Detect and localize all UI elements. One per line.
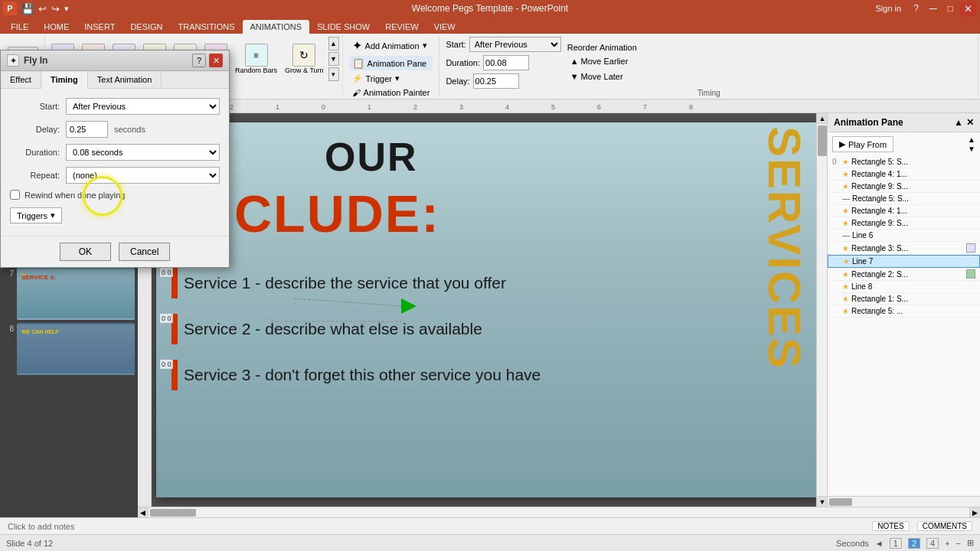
scroll-thumb-v[interactable] [818, 126, 827, 156]
anim-item-4[interactable]: ★ Rectangle 4: 1... [828, 205, 980, 217]
anim-scroll-more-btn[interactable]: ▾ [328, 67, 339, 81]
page-nav-left[interactable]: ◄ [875, 539, 884, 548]
scroll-down-btn[interactable]: ▼ [817, 496, 827, 507]
dialog-triggers-btn[interactable]: Triggers ▾ [10, 207, 62, 223]
delay-input[interactable] [473, 73, 519, 89]
anim-item-7[interactable]: ★ Rectangle 3: S... [828, 242, 980, 255]
slide-area[interactable]: OUR SERVICES INCLUDE: Service 1 - descri… [152, 113, 827, 507]
anim-item-9[interactable]: ★ Rectangle 2: S... [828, 268, 980, 281]
dialog-start-select[interactable]: After Previous On Click With Previous [66, 98, 220, 115]
page-2[interactable]: 2 [908, 538, 920, 549]
tab-file[interactable]: FILE [3, 20, 36, 34]
dialog-tabs: Effect Timing Text Animation [1, 71, 229, 89]
anim-sort-up-btn[interactable]: ▲ [968, 135, 975, 144]
tab-transitions[interactable]: TRANSITIONS [171, 20, 243, 34]
play-from-btn[interactable]: ▶ Play From [832, 136, 893, 152]
slide-img-7[interactable]: ★ SERVICE 3: [17, 268, 135, 320]
dialog-cancel-btn[interactable]: Cancel [119, 243, 170, 261]
dialog-titlebar: ✦ Fly In ? ✕ [1, 51, 229, 71]
page-3[interactable]: 4 [926, 538, 939, 549]
status-right: Seconds ◄ 1 2 4 + − ⊞ [836, 538, 974, 549]
add-animation-btn[interactable]: ✦ Add Animation ▾ [349, 37, 433, 54]
tab-review[interactable]: REVIEW [377, 20, 426, 34]
anim-list[interactable]: 0 ★ Rectangle 5: S... ★ Rectangle 4: 1..… [828, 156, 980, 496]
anim-item-12[interactable]: ★ Rectangle 5: ... [828, 305, 980, 318]
comments-btn[interactable]: COMMENTS [917, 521, 972, 531]
duration-input[interactable] [483, 55, 529, 70]
tab-animations[interactable]: ANIMATIONS [243, 20, 310, 34]
tab-home[interactable]: HOME [36, 20, 77, 34]
anim-item-10[interactable]: ★ Line 8 [828, 281, 980, 293]
trigger-btn[interactable]: ⚡ Trigger ▾ [349, 72, 433, 85]
scroll-right-btn[interactable]: ▶ [969, 507, 980, 518]
service-1-row: Service 1 - describe the service that yo… [172, 268, 506, 298]
anim-item-3[interactable]: — Rectangle 5: S... [828, 193, 980, 205]
anim-painter-btn[interactable]: 🖌 Animation Painter [349, 86, 433, 99]
scrollbar-v[interactable]: ▲ ▼ [816, 113, 827, 507]
tab-insert[interactable]: INSERT [77, 20, 122, 34]
quick-access-redo[interactable]: ↪ [51, 3, 60, 15]
slide-img-8[interactable]: WE CAN HELP [17, 323, 135, 375]
anim-item-0[interactable]: 0 ★ Rectangle 5: S... [828, 156, 980, 168]
help-btn[interactable]: ? [909, 2, 923, 15]
scrollbar-h[interactable]: ◀ ▶ [138, 507, 980, 517]
trigger-icon: ⚡ [352, 73, 363, 83]
motion-arrow-1 [401, 298, 416, 314]
fit-icon[interactable]: ⊞ [967, 538, 974, 548]
dialog-tab-timing[interactable]: Timing [41, 71, 88, 89]
sign-in[interactable]: Sign in [870, 4, 908, 13]
move-earlier-btn[interactable]: ▲ Move Earlier [567, 55, 637, 67]
dialog-rewind-check[interactable] [10, 190, 20, 200]
dialog-tab-text-anim[interactable]: Text Animation [88, 71, 162, 88]
tab-view[interactable]: VIEW [426, 20, 463, 34]
dialog-help-btn[interactable]: ? [192, 54, 206, 67]
anim-item-9-label: Rectangle 2: S... [851, 270, 908, 279]
anim-item-5[interactable]: ★ Rectangle 9: S... [828, 217, 980, 230]
dialog-repeat-select[interactable]: (none) 2 3 [66, 167, 220, 184]
scroll-thumb-h[interactable] [150, 509, 196, 517]
anim-item-8[interactable]: ★ Line 7 [828, 255, 980, 268]
quick-access-save[interactable]: 💾 [21, 3, 34, 15]
anim-item-6[interactable]: — Line 6 [828, 230, 980, 242]
page-1[interactable]: 1 [890, 538, 902, 549]
slide-thumb-8[interactable]: 8 WE CAN HELP [3, 323, 135, 375]
start-select[interactable]: After Previous On Click With Previous [469, 37, 561, 52]
anim-pane-collapse-btn[interactable]: ▲ [954, 117, 963, 128]
anim-item-2[interactable]: ★ Rectangle 9: S... [828, 181, 980, 193]
anim-item-0-star: ★ [842, 158, 849, 166]
quick-access-undo[interactable]: ↩ [38, 3, 47, 15]
anim-sort-down-btn[interactable]: ▼ [968, 145, 975, 153]
slide-thumb-7[interactable]: 7 ★ SERVICE 3: [3, 268, 135, 320]
minimize-btn[interactable]: ─ [925, 1, 942, 16]
scroll-left-btn[interactable]: ◀ [138, 507, 149, 518]
anim-scroll-thumb-h[interactable] [829, 498, 852, 506]
tab-slideshow[interactable]: SLIDE SHOW [309, 20, 377, 34]
anim-random-bars-btn[interactable]: ≡ Random Bars [232, 42, 280, 76]
notes-btn[interactable]: NOTES [872, 521, 909, 531]
dialog-ok-btn[interactable]: OK [60, 243, 111, 261]
tab-design[interactable]: DESIGN [122, 20, 170, 34]
dialog-tab-effect[interactable]: Effect [1, 71, 41, 88]
app-icon: P [3, 2, 17, 15]
quick-access-customize[interactable]: ▾ [64, 4, 69, 14]
dialog-delay-input[interactable] [66, 121, 108, 138]
anim-pane-btn[interactable]: 📋 Animation Pane [349, 56, 433, 70]
anim-item-11[interactable]: ★ Rectangle 1: S... [828, 293, 980, 305]
zoom-out-icon[interactable]: − [956, 539, 961, 548]
anim-pane-scrollbar-h[interactable] [828, 496, 980, 507]
anim-scroll-down-btn[interactable]: ▼ [328, 52, 339, 66]
zoom-in-icon[interactable]: + [945, 539, 949, 548]
anim-scroll-up-btn[interactable]: ▲ [328, 37, 339, 51]
close-btn[interactable]: ✕ [959, 2, 977, 16]
anim-item-1[interactable]: ★ Rectangle 4: 1... [828, 168, 980, 181]
dialog-duration-select[interactable]: 0.08 seconds 0.5 seconds 1 second [66, 144, 220, 161]
anim-grow-turn-btn[interactable]: ↻ Grow & Turn [282, 42, 327, 76]
click-to-add-notes[interactable]: Click to add notes [8, 522, 864, 531]
maximize-btn[interactable]: □ [943, 2, 958, 15]
slide-canvas[interactable]: OUR SERVICES INCLUDE: Service 1 - descri… [156, 122, 822, 497]
move-later-btn[interactable]: ▼ Move Later [567, 70, 637, 83]
anim-pane-close-btn[interactable]: ✕ [966, 117, 974, 128]
dialog-close-btn[interactable]: ✕ [209, 54, 223, 67]
scroll-up-btn[interactable]: ▲ [817, 113, 827, 124]
anim-item-6-label: Line 6 [852, 231, 873, 240]
